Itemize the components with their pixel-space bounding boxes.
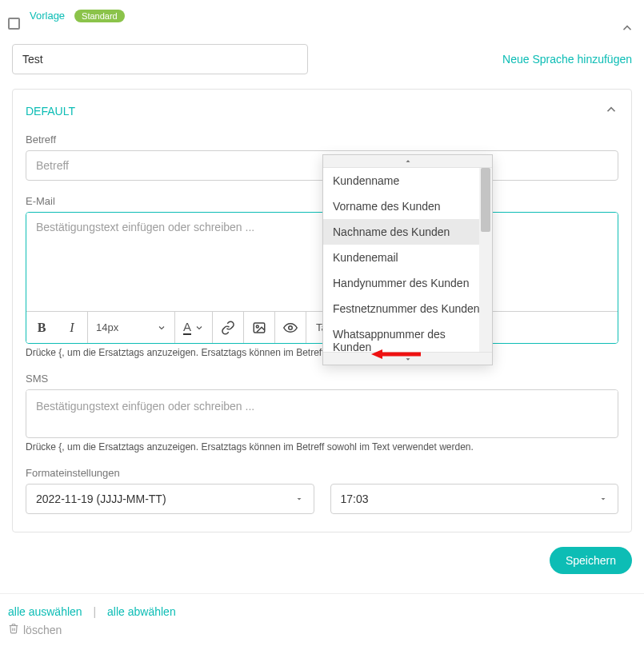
standard-badge: Standard <box>74 10 125 22</box>
menu-scrollbar[interactable] <box>479 168 492 352</box>
template-checkbox[interactable] <box>8 18 20 30</box>
scrollbar-thumb[interactable] <box>481 168 490 232</box>
delete-button[interactable]: löschen <box>8 623 62 636</box>
tags-menu-item[interactable]: Handynummer des Kunden <box>323 270 492 296</box>
sms-box <box>26 389 618 438</box>
svg-point-2 <box>289 325 293 329</box>
image-icon <box>252 321 266 335</box>
menu-scroll-down[interactable] <box>323 352 492 365</box>
link-icon <box>221 321 235 335</box>
panel-collapse-icon[interactable] <box>604 102 618 119</box>
preview-button[interactable] <box>275 312 306 344</box>
collapse-icon[interactable] <box>620 21 634 35</box>
date-format-value: 2022-11-19 (JJJJ-MM-TT) <box>36 493 166 505</box>
chevron-down-icon <box>194 323 204 333</box>
time-format-select[interactable]: 17:03 <box>330 484 619 514</box>
tags-menu-item[interactable]: Festnetznummer des Kunden <box>323 296 492 321</box>
bulk-actions-bar: alle auswählen | alle abwählen löschen <box>0 593 644 643</box>
date-format-select[interactable]: 2022-11-19 (JJJJ-MM-TT) <box>26 484 314 514</box>
menu-scroll-up[interactable] <box>323 155 492 168</box>
select-all-link[interactable]: alle auswählen <box>8 605 82 618</box>
sms-hint: Drücke {, um die Ersatztags anzuzeigen. … <box>26 441 618 453</box>
font-color-glyph: A <box>183 321 191 335</box>
add-language-link[interactable]: Neue Sprache hinzufügen <box>502 53 632 66</box>
delete-label: löschen <box>23 624 62 636</box>
save-row: Speichern <box>8 547 636 593</box>
font-size-value: 14px <box>96 321 118 333</box>
deselect-all-link[interactable]: alle abwählen <box>107 605 176 618</box>
tags-menu-item[interactable]: Nachname des Kunden <box>323 219 492 245</box>
svg-point-1 <box>256 325 258 328</box>
tags-menu-item[interactable]: Kundenname <box>323 168 492 193</box>
template-name-input[interactable] <box>12 44 308 74</box>
format-group: Formateinstellungen 2022-11-19 (JJJJ-MM-… <box>26 467 618 514</box>
font-color-select[interactable]: A <box>175 312 212 344</box>
tags-menu: KundennameVorname des KundenNachname des… <box>322 154 493 365</box>
divider: | <box>94 605 97 618</box>
panel-title: DEFAULT <box>26 105 75 118</box>
eye-icon <box>283 321 298 335</box>
time-format-value: 17:03 <box>341 493 369 505</box>
panel-header: DEFAULT <box>26 102 618 119</box>
tags-menu-item[interactable]: Vorname des Kunden <box>323 193 492 219</box>
link-button[interactable] <box>213 312 243 344</box>
template-link[interactable]: Vorlage <box>30 10 65 22</box>
format-label: Formateinstellungen <box>26 467 618 479</box>
sms-textarea[interactable] <box>26 390 618 435</box>
save-button[interactable]: Speichern <box>550 547 632 574</box>
subject-label: Betreff <box>26 134 618 146</box>
template-header: Vorlage Standard <box>8 6 636 44</box>
sms-group: SMS Drücke {, um die Ersatztags anzuzeig… <box>26 373 618 453</box>
tags-menu-item[interactable]: Kundenemail <box>323 245 492 270</box>
chevron-down-icon <box>157 323 166 333</box>
caret-down-icon <box>294 494 304 504</box>
name-row: Neue Sprache hinzufügen <box>12 44 632 74</box>
font-size-select[interactable]: 14px <box>88 312 174 344</box>
image-button[interactable] <box>244 312 274 344</box>
tags-menu-item[interactable]: Whatsappnummer des Kunden <box>323 321 492 352</box>
trash-icon <box>8 623 19 636</box>
italic-button[interactable]: I <box>57 312 87 344</box>
caret-down-icon <box>598 494 608 504</box>
sms-label: SMS <box>26 373 618 385</box>
bold-button[interactable]: B <box>26 312 57 344</box>
